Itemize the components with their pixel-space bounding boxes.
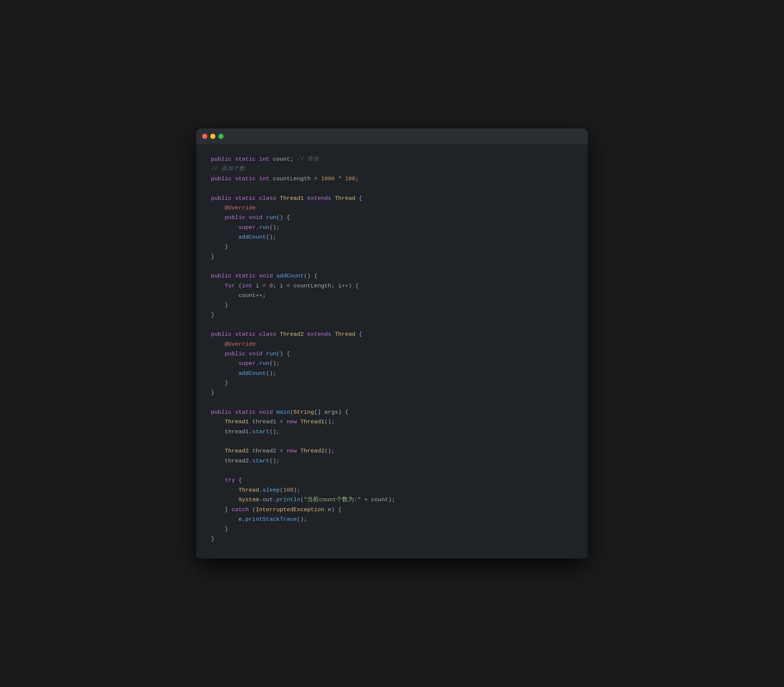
code-line: [211, 261, 573, 271]
code-line: [211, 184, 573, 193]
code-line: Thread.sleep(100);: [211, 485, 573, 495]
code-line: [211, 466, 573, 475]
close-button[interactable]: [202, 134, 207, 139]
code-line: public static int count; // 添加: [211, 154, 573, 164]
code-line: [211, 320, 573, 329]
code-line: count++;: [211, 291, 573, 300]
code-line: thread2.start();: [211, 456, 573, 466]
code-line: Thread2 thread2 = new Thread2();: [211, 446, 573, 456]
code-line: } catch (InterruptedException e) {: [211, 505, 573, 514]
minimize-button[interactable]: [210, 134, 216, 139]
code-line: }: [211, 524, 573, 534]
code-line: [211, 437, 573, 446]
code-line: public static void main(String[] args) {: [211, 408, 573, 417]
code-line: Thread1 thread1 = new Thread1();: [211, 417, 573, 427]
code-line: super.run();: [211, 359, 573, 368]
code-line: }: [211, 378, 573, 388]
code-line: }: [211, 310, 573, 320]
code-line: try {: [211, 475, 573, 485]
code-line: }: [211, 388, 573, 398]
code-line: addCount();: [211, 232, 573, 242]
code-line: }: [211, 534, 573, 544]
code-line: super.run();: [211, 223, 573, 232]
code-editor-window: public static int count; // 添加 // 添加个数 p…: [196, 128, 588, 559]
code-line: System.out.println("当前count个数为:" + count…: [211, 495, 573, 505]
titlebar: [196, 128, 588, 144]
code-line: e.printStackTrace();: [211, 514, 573, 524]
code-line: addCount();: [211, 369, 573, 378]
code-line: }: [211, 300, 573, 310]
code-line: public static class Thread1 extends Thre…: [211, 194, 573, 203]
code-line: public static class Thread2 extends Thre…: [211, 329, 573, 339]
code-content: public static int count; // 添加 // 添加个数 p…: [196, 144, 588, 559]
code-line: public static int countLength = 1000 * 1…: [211, 174, 573, 184]
maximize-button[interactable]: [218, 134, 224, 139]
code-line: public static void addCount() {: [211, 271, 573, 281]
code-line: // 添加个数: [211, 164, 573, 174]
code-line: @Override: [211, 203, 573, 213]
code-line: public void run() {: [211, 349, 573, 359]
code-line: for (int i = 0; i < countLength; i++) {: [211, 281, 573, 291]
code-line: [211, 398, 573, 408]
code-line: thread1.start();: [211, 427, 573, 437]
code-line: }: [211, 252, 573, 261]
code-line: public void run() {: [211, 213, 573, 222]
code-line: @Override: [211, 339, 573, 349]
code-line: }: [211, 242, 573, 251]
